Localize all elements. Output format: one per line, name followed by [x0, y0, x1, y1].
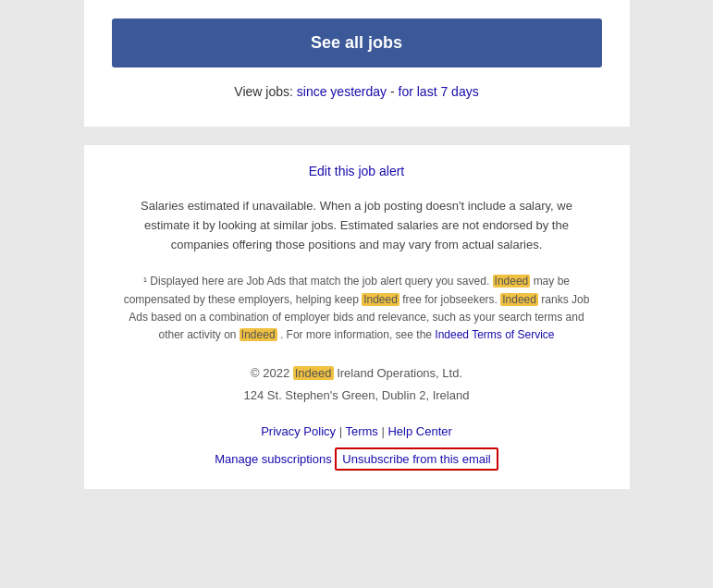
job-ads-text-1: ¹ Displayed here are Job Ads that match … [143, 275, 489, 288]
copyright-company: Ireland Operations, Ltd. [337, 366, 462, 380]
edit-job-alert-section: Edit this job alert [112, 164, 602, 178]
help-center-link[interactable]: Help Center [387, 424, 451, 438]
job-ads-disclaimer: ¹ Displayed here are Job Ads that match … [112, 273, 602, 344]
footer-links: Privacy Policy | Terms | Help Center [112, 424, 602, 438]
indeed-highlight-4: Indeed [240, 328, 277, 341]
last-7-days-link[interactable]: for last 7 days [399, 84, 479, 99]
indeed-highlight-3: Indeed [500, 293, 538, 306]
indeed-highlight-2: Indeed [362, 293, 400, 306]
copyright-indeed: Indeed [293, 366, 334, 380]
edit-job-alert-link[interactable]: Edit this job alert [309, 164, 405, 178]
view-jobs-line: View jobs: since yesterday - for last 7 … [112, 84, 602, 99]
see-all-jobs-button[interactable]: See all jobs [112, 18, 602, 67]
privacy-policy-link[interactable]: Privacy Policy [261, 424, 336, 438]
address-line: 124 St. Stephen's Green, Dublin 2, Irela… [112, 385, 602, 406]
bottom-spacer [0, 489, 713, 517]
copyright-text: © 2022 [251, 366, 289, 380]
footer-actions: Manage subscriptions Unsubscribe from th… [112, 447, 602, 471]
divider [84, 127, 630, 145]
indeed-tos-link[interactable]: Indeed Terms of Service [435, 328, 554, 341]
unsubscribe-box: Unsubscribe from this email [335, 447, 498, 471]
separator: - [390, 84, 395, 99]
page-wrapper: See all jobs View jobs: since yesterday … [0, 0, 713, 517]
footer-card: Edit this job alert Salaries estimated i… [84, 145, 630, 489]
copyright-line: © 2022 Indeed Ireland Operations, Ltd. [112, 362, 602, 384]
copyright-section: © 2022 Indeed Ireland Operations, Ltd. 1… [112, 362, 602, 406]
terms-link[interactable]: Terms [345, 424, 377, 438]
salary-disclaimer: Salaries estimated if unavailable. When … [112, 197, 602, 254]
unsubscribe-link[interactable]: Unsubscribe from this email [342, 452, 490, 466]
view-jobs-text: View jobs: [234, 84, 293, 99]
job-ads-text-5: . For more information, see the [280, 328, 432, 341]
main-card: See all jobs View jobs: since yesterday … [84, 0, 630, 127]
indeed-highlight-1: Indeed [493, 275, 531, 288]
job-ads-text-3b: free for jobseekers. [402, 293, 498, 306]
since-yesterday-link[interactable]: since yesterday [297, 84, 387, 99]
manage-subscriptions-link[interactable]: Manage subscriptions [215, 452, 331, 466]
